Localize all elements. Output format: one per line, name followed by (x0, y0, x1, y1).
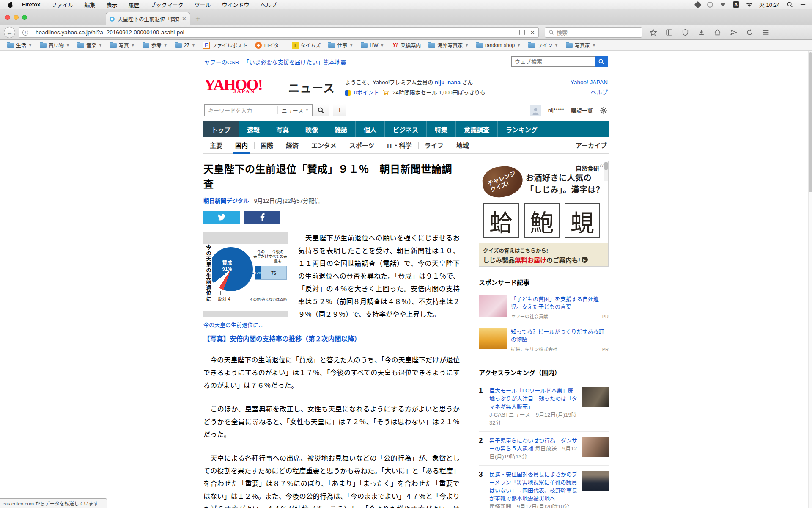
subnav-entame[interactable]: エンタメ (305, 137, 343, 154)
ad-scrollbar[interactable] (604, 162, 608, 181)
tab-tokushu[interactable]: 特集 (427, 121, 456, 137)
photo-link[interactable]: 【写真】安倍内閣の支持率の推移（第２次内閣以降） (203, 335, 361, 342)
tab-sokuhou[interactable]: 速報 (239, 121, 268, 137)
ranking-item[interactable]: 1 巨大モール「LCワールド本巣」廃墟っぷりが大注目 残ったのは「タマネギ無人販… (479, 382, 609, 431)
avatar[interactable] (530, 105, 541, 116)
menu-edit[interactable]: 編集 (84, 0, 95, 8)
bookmark-filepost[interactable]: Fファイルポスト (200, 41, 250, 49)
ranking-link[interactable]: 巨大モール「LCワールド本巣」廃墟っぷりが大注目 残ったのは「タマネギ無人販売」 (489, 387, 577, 410)
bookmark-folder-kaigai[interactable]: 海外写真家▼ (425, 41, 472, 49)
add-keyword-button[interactable]: + (333, 104, 346, 116)
kanji-choice-2[interactable]: 鮑 (524, 203, 560, 238)
stop-load-icon[interactable]: ✕ (530, 29, 535, 36)
tab-kojin[interactable]: 個人 (356, 121, 385, 137)
bookmark-transit[interactable]: Y!乗換案内 (389, 41, 424, 49)
back-button[interactable]: ← (4, 27, 15, 38)
bookmark-folder-randomshop[interactable]: random shop▼ (473, 42, 524, 48)
site-info-icon[interactable]: i (22, 30, 28, 36)
wifi-icon[interactable] (746, 1, 752, 8)
points-link[interactable]: 0ポイント (354, 88, 379, 98)
bookmark-folder-shashin[interactable]: 写真▼ (107, 41, 138, 49)
subnav-kokusai[interactable]: 国際 (254, 137, 280, 154)
bookmark-star-icon[interactable] (650, 29, 657, 36)
menu-window[interactable]: ウインドウ (222, 0, 249, 8)
subnav-shuyou[interactable]: 主要 (203, 137, 229, 154)
bookmarks-panel-icon[interactable] (666, 29, 673, 36)
subnav-life[interactable]: ライフ (418, 137, 450, 154)
ranking-item[interactable]: 3 民進・安住国対委員長にまさかのブーメラン「災害地視察に革靴の議員はいない」→… (479, 465, 609, 508)
web-search-input[interactable] (511, 56, 595, 67)
sync-icon[interactable] (746, 29, 753, 36)
help-link[interactable]: ヘルプ (591, 89, 608, 96)
sponsored-item[interactable]: 知ってる？ビールがつくりだすある町の物語 提供：キリン株式会社PR (479, 324, 609, 357)
shield-icon[interactable] (682, 29, 689, 36)
yahoo-news-logo[interactable]: YAHOO! JAPAN ニュース (204, 77, 335, 98)
tab-ishikichousa[interactable]: 意識調査 (456, 121, 498, 137)
close-window-button[interactable] (5, 15, 10, 20)
menu-bookmarks[interactable]: ブックマーク (150, 0, 183, 8)
subnav-it-kagaku[interactable]: IT・科学 (381, 137, 418, 154)
airport-icon[interactable] (720, 1, 726, 8)
ranking-link[interactable]: 民進・安住国対委員長にまさかのブーメラン「災害地視察に革靴の議員はいない」→岡田… (489, 471, 577, 502)
url-bar[interactable]: i headlines.yahoo.co.jp/hl?a=20160912-00… (19, 27, 539, 38)
ranking-item[interactable]: 2 男子児童らにわいせつ行為 ダンサーの男ら５人逮捕 毎日放送 9月12日(月)… (479, 431, 609, 465)
notification-center-icon[interactable] (800, 1, 806, 8)
web-search-button[interactable] (595, 56, 608, 67)
tab-business[interactable]: ビジネス (385, 121, 427, 137)
figure-caption-link[interactable]: 今の天皇の生前退位に… (203, 320, 288, 329)
reader-mode-icon[interactable] (519, 30, 525, 35)
ad-footer[interactable]: クイズの答えはこちらから! しじみ製品無料お届けのご案内も!▶ (479, 243, 608, 266)
twitter-share-button[interactable] (203, 211, 240, 224)
bookmark-folder-ongaku[interactable]: 音楽▼ (74, 41, 105, 49)
spotlight-search-icon[interactable] (787, 1, 793, 8)
menu-view[interactable]: 表示 (106, 0, 117, 8)
download-icon[interactable] (698, 29, 705, 36)
kumamoto-support-link[interactable]: 「いま必要な支援を届けたい」熊本地震 (244, 58, 346, 66)
kanji-choice-1[interactable]: 蛤 (483, 203, 519, 238)
bookmark-folder-hw[interactable]: HW▼ (358, 42, 387, 48)
subnav-kokunai[interactable]: 国内 (229, 137, 254, 154)
bookmark-folder-wine[interactable]: ワイン▼ (525, 41, 561, 49)
browser-search-field[interactable]: 検索 (545, 27, 642, 38)
dropbox-icon[interactable] (694, 1, 701, 8)
menu-file[interactable]: ファイル (51, 0, 73, 8)
home-icon[interactable] (714, 29, 721, 36)
shijimi-quiz-ad[interactable]: 自然食研i チャレンジクイズ! お酒好きに人気の「しじみ」。漢字は？ 蛤 鮑 蜆… (479, 161, 609, 267)
username[interactable]: niju_nana (435, 79, 461, 86)
url-text[interactable]: headlines.yahoo.co.jp/hl?a=20160912-0000… (36, 29, 516, 36)
menu-hamburger-icon[interactable] (762, 29, 770, 36)
sponsored-item[interactable]: 「子どもの貧困」を支援する自死遺児。支えた子どもの言葉 ヤフーの社会貢献PR (479, 292, 609, 324)
kanji-choice-3[interactable]: 蜆 (565, 203, 600, 238)
tab-eizou[interactable]: 映像 (297, 121, 326, 137)
archive-link[interactable]: アーカイブ (576, 141, 609, 149)
article-figure[interactable]: 今の天皇の生前退位に… 賛成91% 反対 4 今の天皇だけ 今後のすべての天皇も… (203, 232, 288, 329)
bookmark-folder-sankou[interactable]: 参考▼ (140, 41, 170, 49)
apple-menu-icon[interactable] (8, 2, 14, 8)
news-search-button[interactable] (313, 104, 329, 116)
tab-close-icon[interactable]: ✕ (182, 16, 187, 22)
share-icon[interactable] (730, 29, 737, 36)
sale-link[interactable]: 24時間限定セール 1,000円ぽっきりも (392, 88, 486, 98)
sponsored-link[interactable]: 知ってる？ビールがつくりだすある町の物語 (511, 329, 604, 342)
zoom-window-button[interactable] (22, 15, 27, 20)
browser-tab[interactable]: 天皇陛下の生前退位「賛成... ✕ (106, 12, 190, 25)
bookmark-folder-kaimono[interactable]: 買い物▼ (37, 41, 73, 49)
menu-firefox[interactable]: Firefox (22, 1, 40, 8)
bookmark-folder-27[interactable]: 27▼ (172, 42, 198, 48)
menu-history[interactable]: 履歴 (128, 0, 139, 8)
sponsored-link[interactable]: 「子どもの貧困」を支援する自死遺児。支えた子どもの言葉 (511, 296, 599, 310)
input-source-icon[interactable]: A (733, 1, 739, 8)
facebook-share-button[interactable] (244, 211, 280, 224)
menu-tools[interactable]: ツール (194, 0, 211, 8)
bookmark-reuters[interactable]: ロイター (252, 41, 287, 49)
creative-cloud-icon[interactable] (707, 2, 713, 8)
bookmark-folder-shigoto[interactable]: 仕事▼ (325, 41, 356, 49)
menu-help[interactable]: ヘルプ (260, 0, 277, 8)
search-scope-dropdown[interactable]: ニュース▼ (277, 106, 309, 114)
tab-zasshi[interactable]: 雑誌 (326, 121, 356, 137)
news-search-input[interactable]: キーワードを入力 ニュース▼ (204, 104, 313, 116)
subnav-sports[interactable]: スポーツ (343, 137, 381, 154)
bookmark-folder-seikatsu[interactable]: 生活▼ (4, 41, 35, 49)
yahoo-japan-link[interactable]: Yahoo! JAPAN (571, 79, 608, 86)
gear-icon[interactable] (600, 106, 608, 114)
